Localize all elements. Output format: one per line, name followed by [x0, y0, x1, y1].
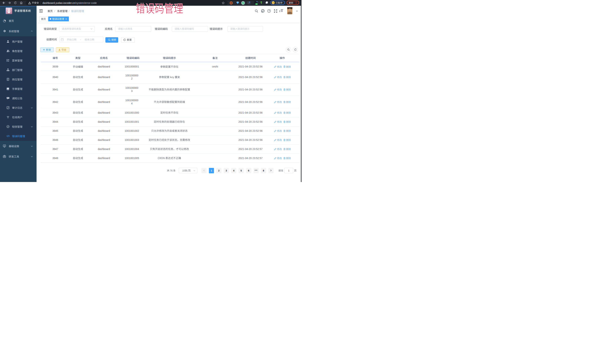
svg-text:on: on: [256, 3, 257, 5]
